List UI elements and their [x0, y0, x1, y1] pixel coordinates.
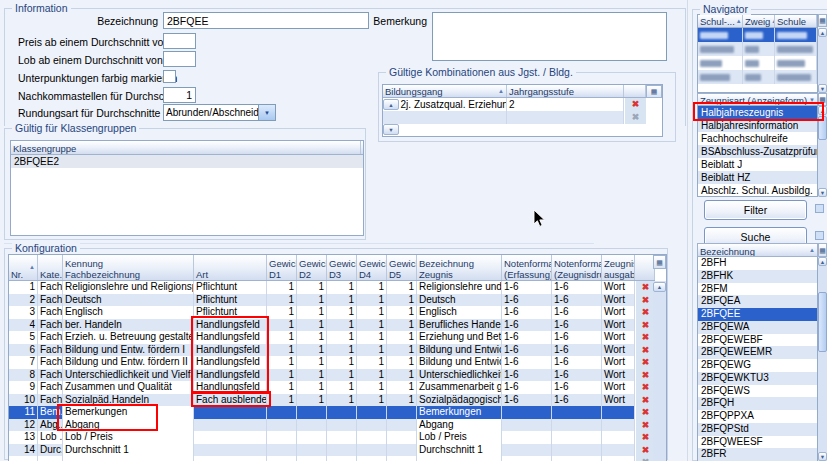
bezeichnung-scrollbar[interactable]: ▲ ▼ [818, 257, 827, 461]
scroll-down-icon[interactable]: ▼ [383, 124, 399, 135]
delete-row-button[interactable]: ✖ [635, 319, 655, 332]
scroll-up-icon[interactable]: ▲ [383, 99, 399, 110]
kennung-cell[interactable]: Lob / Preis [63, 431, 194, 444]
list-item[interactable]: 2BFQEWEBF [698, 334, 817, 347]
list-item[interactable]: 2BFHK [698, 270, 817, 283]
lob-input[interactable] [163, 51, 196, 67]
delete-row-button[interactable]: ✖ [635, 331, 655, 344]
table-row[interactable]: 4Fachber. HandelnHandlungsfeld11111Beruf… [9, 319, 655, 332]
list-item[interactable]: Beiblatt J [698, 158, 817, 171]
column-header-d2[interactable]: GewichtD2 [297, 255, 327, 280]
column-chooser-icon[interactable]: ▦ [818, 93, 827, 106]
list-item[interactable]: Beiblatt HZ [698, 171, 817, 184]
column-header-d1[interactable]: GewichtD1 [267, 255, 297, 280]
list-item[interactable]: Halbjahresinformation [698, 119, 817, 132]
table-row[interactable]: BF 2j. Zusatzqual. Erziehung - Schulf...… [383, 98, 646, 111]
table-row[interactable]: 8FachUnterschiedlichkeit und VielfaltHan… [9, 369, 655, 382]
scroll-up-icon[interactable]: ▲ [818, 28, 827, 37]
table-row[interactable] [698, 42, 817, 56]
column-header-notenformat_erfassung[interactable]: Notenformat(Erfassung) [502, 255, 552, 280]
table-row[interactable]: 5FachErzieh. u. Betreuung gestaltenHandl… [9, 331, 655, 344]
delete-row-button[interactable]: ✖ [624, 111, 646, 124]
delete-row-button[interactable]: ✖ [635, 344, 655, 357]
column-header-zeugnisausgabe[interactable]: Zeugnis-ausgabe [602, 255, 635, 280]
column-header-nr[interactable]: Nr.▲ [9, 255, 38, 280]
delete-row-button[interactable]: ✖ [635, 431, 655, 444]
scroll-down-icon[interactable]: ▼ [818, 84, 827, 93]
preis-input[interactable] [163, 33, 196, 49]
table-row[interactable]: 2FachDeutschPflichtunt11111Deutsch1-61-6… [9, 294, 655, 307]
column-chooser-icon[interactable]: ▦ [646, 85, 662, 98]
table-row[interactable]: 14Durc...Durchschnitt 1Durchschnitt 1✖ [9, 444, 655, 457]
bemerkung-textarea[interactable] [432, 12, 667, 61]
table-row[interactable]: 13Lob ...Lob / PreisLob / Preis✖ [9, 431, 655, 444]
delete-row-button[interactable]: ✖ [635, 294, 655, 307]
kennung-cell[interactable]: Durchschnitt 1 [63, 444, 194, 457]
delete-row-button[interactable]: ✖ [635, 456, 655, 461]
scroll-down-icon[interactable]: ▼ [818, 452, 827, 461]
list-item[interactable]: 2BFH [698, 257, 817, 270]
column-chooser-icon[interactable]: ▦ [818, 243, 827, 257]
list-item[interactable]: 2BFQEWG [698, 359, 817, 372]
column-chooser-icon[interactable]: ▦ [818, 14, 827, 27]
list-item[interactable]: 2BFM [698, 283, 817, 296]
table-row[interactable]: 11Bem...BemerkungenBemerkungen✖ [9, 406, 655, 419]
scroll-up-icon[interactable]: ▲ [818, 106, 827, 115]
filter-button[interactable]: Filter [704, 200, 807, 220]
column-header-bildungsgang[interactable]: Bildungsgang▲ [383, 85, 507, 97]
zeugnisart-header[interactable]: Zeugnisart (Anzeigeform) ▼ [697, 93, 818, 106]
list-item[interactable]: 2BFQEWKTU3 [698, 372, 817, 385]
table-row[interactable]: 1FachReligionslehre und Religionspädagog… [9, 281, 655, 294]
table-row[interactable] [698, 28, 817, 42]
delete-row-button[interactable]: ✖ [635, 444, 655, 457]
konfiguration-scrollbar[interactable]: ▲ [653, 281, 666, 461]
list-item[interactable]: 2BFQEWEEMR [698, 346, 817, 359]
table-row[interactable]: 3FachEnglischPflichtunt11111Englisch1-61… [9, 306, 655, 319]
list-item[interactable]: 2BFQWEESF [698, 436, 817, 449]
column-header-jahrgangsstufe[interactable]: Jahrgangsstufe [507, 85, 624, 97]
kennung-cell[interactable]: Bemerkungen [63, 406, 194, 419]
list-item[interactable]: 2BFQEWA [698, 321, 817, 334]
column-header-actions[interactable] [635, 255, 655, 280]
delete-row-button[interactable]: ✖ [624, 98, 646, 111]
list-item[interactable]: 2BFQPStd [698, 423, 817, 436]
scroll-up-icon[interactable]: ▲ [818, 257, 827, 266]
zeugnisart-scrollbar[interactable]: ▲ ▼ [818, 106, 827, 197]
column-header-d4[interactable]: GewichtD4 [357, 255, 387, 280]
column-header-kennung[interactable]: KennungFachbezeichnung [63, 255, 194, 280]
list-item[interactable]: 2BFR [698, 448, 817, 461]
column-header-schul[interactable]: Schul-...▲1 [698, 15, 743, 27]
column-header-kategorie[interactable]: Kate... [38, 255, 63, 280]
table-row[interactable]: 7FachBildung und Entw. fördern IIHandlun… [9, 356, 655, 369]
scrollbar-thumb[interactable] [818, 116, 827, 140]
list-item[interactable]: 2BFQEE2 [11, 155, 363, 168]
list-item[interactable]: Halbjahreszeugnis [698, 106, 817, 119]
nachkommastellen-input[interactable] [163, 87, 196, 103]
table-row[interactable]: 10FachSozialpäd.HandelnFach ausblenden11… [9, 394, 655, 407]
bezeichnung-input[interactable] [163, 12, 369, 29]
delete-row-button[interactable]: ✖ [635, 394, 655, 407]
delete-row-button[interactable]: ✖ [635, 281, 655, 294]
scrollbar-thumb[interactable] [818, 292, 827, 352]
delete-row-button[interactable]: ✖ [635, 419, 655, 432]
list-item[interactable]: 2BFQEE [698, 308, 817, 321]
column-header-actions[interactable] [624, 85, 646, 97]
kennung-cell[interactable]: Abgang [63, 419, 194, 432]
delete-row-button[interactable]: ✖ [635, 356, 655, 369]
delete-row-button[interactable]: ✖ [635, 406, 655, 419]
unterpunktungen-checkbox[interactable] [163, 70, 176, 83]
scroll-down-icon[interactable]: ▼ [818, 188, 827, 197]
school-table-scrollbar[interactable]: ▲ ▼ [818, 28, 827, 93]
column-header-d5[interactable]: GewichtD5 [387, 255, 417, 280]
table-row[interactable]: ✖ [383, 111, 646, 124]
chevron-down-icon[interactable]: ▼ [259, 104, 276, 121]
delete-row-button[interactable]: ✖ [635, 369, 655, 382]
column-header-klassengruppe[interactable]: Klassengruppe [11, 141, 361, 154]
table-row[interactable]: 6FachBildung und Entw. fördern IHandlung… [9, 344, 655, 357]
column-header-art[interactable]: Art [194, 255, 267, 280]
list-item[interactable]: 2BFQEWS [698, 385, 817, 398]
list-item[interactable]: 2BFQEA [698, 295, 817, 308]
list-item[interactable]: 2BFQPPXA [698, 410, 817, 423]
list-item[interactable]: 2BFQH [698, 397, 817, 410]
bezeichnung-list-header[interactable]: Bezeichnung ▲ [697, 243, 818, 257]
